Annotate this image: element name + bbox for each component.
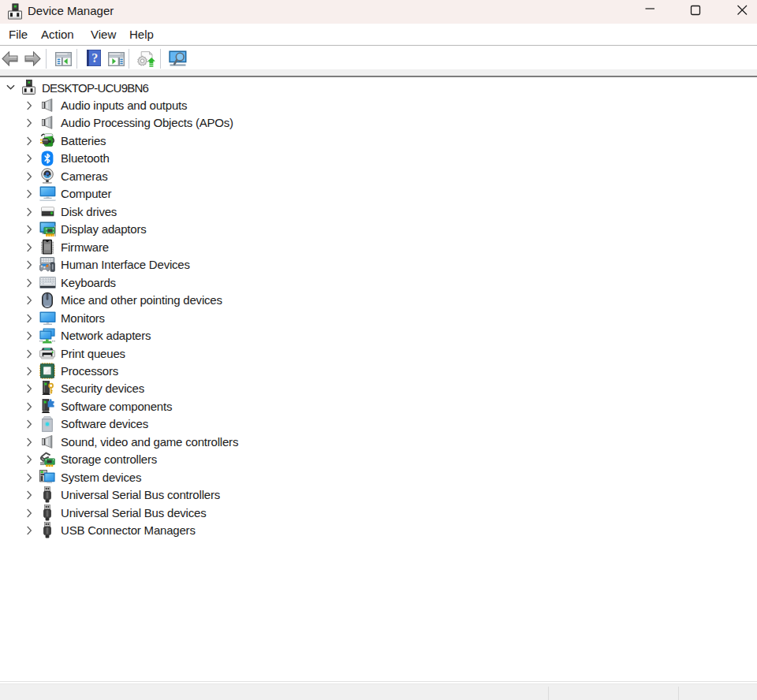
svg-text:?: ? [91, 51, 98, 65]
